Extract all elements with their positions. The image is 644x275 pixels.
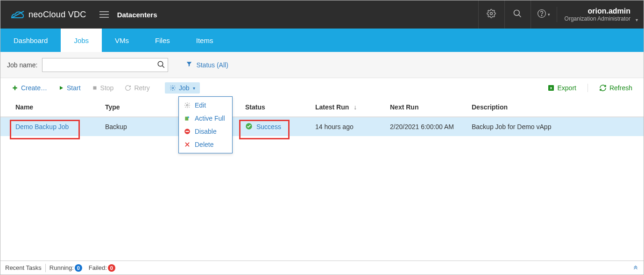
retry-icon: [125, 85, 131, 91]
logo: neoCloud VDC: [11, 9, 86, 20]
user-role: Organization Administrator: [565, 15, 630, 22]
export-label: Export: [558, 84, 576, 92]
product-name: neoCloud VDC: [28, 10, 86, 20]
svg-text:X: X: [550, 86, 552, 90]
svg-point-3: [541, 15, 542, 16]
col-status[interactable]: Status: [241, 103, 311, 111]
status-filter[interactable]: Status (All): [186, 61, 228, 69]
funnel-icon: [186, 61, 192, 69]
sort-down-icon: ↓: [354, 103, 357, 111]
disable-icon: [184, 128, 191, 135]
failed-label: Failed:: [89, 264, 107, 271]
jobname-label: Job name:: [7, 61, 37, 69]
status-text: Success: [256, 123, 281, 130]
main-tabs: Dashboard Jobs VMs Files Items: [0, 29, 644, 52]
gear-icon: [487, 9, 496, 20]
chevron-down-icon: ▾: [548, 12, 550, 17]
search-button[interactable]: [504, 0, 531, 29]
svg-point-10: [186, 104, 188, 106]
svg-rect-5: [93, 87, 96, 90]
success-check-icon: [245, 123, 253, 131]
tab-vms[interactable]: VMs: [102, 29, 142, 52]
col-latest-label: Latest Run: [315, 103, 349, 111]
menu-disable[interactable]: Disable: [179, 125, 232, 138]
job-label: Job: [179, 84, 190, 92]
tab-jobs[interactable]: Jobs: [61, 29, 102, 52]
help-button[interactable]: ▾: [531, 0, 557, 29]
cell-next: 2/20/2021 6:00:00 AM: [385, 123, 467, 130]
help-icon: [537, 9, 546, 20]
header-actions: ▾ orion.admin Organization Administrator…: [478, 0, 633, 29]
play-icon: [58, 85, 64, 91]
retry-label: Retry: [134, 84, 149, 92]
table-row[interactable]: Demo Backup Job Backup Success 14 hours …: [0, 117, 644, 136]
svg-point-4: [158, 61, 163, 66]
menu-active-full[interactable]: Active Full: [179, 112, 232, 125]
cell-desc: Backup Job for Demo vApp: [467, 123, 637, 130]
start-label: Start: [67, 84, 81, 92]
status-filter-label: Status (All): [196, 61, 228, 69]
search-icon[interactable]: [157, 60, 165, 71]
svg-point-1: [514, 10, 520, 16]
retry-button: Retry: [120, 82, 154, 94]
svg-rect-13: [186, 131, 189, 132]
app-header: neoCloud VDC Datacenters ▾ orion.admin O…: [0, 0, 644, 29]
gear-icon: [170, 85, 176, 91]
chevron-down-icon: ▾: [636, 17, 638, 22]
edit-icon: [184, 101, 191, 109]
expand-footer-icon[interactable]: [632, 264, 639, 272]
divider: [587, 84, 588, 92]
delete-icon: [184, 141, 191, 148]
col-latest[interactable]: Latest Run ↓: [311, 103, 385, 111]
col-desc[interactable]: Description: [467, 103, 637, 111]
menu-edit-label: Edit: [195, 101, 206, 109]
refresh-icon: [599, 84, 607, 92]
export-button[interactable]: X Export: [543, 82, 581, 94]
settings-button[interactable]: [478, 0, 504, 29]
menu-disable-label: Disable: [195, 128, 217, 135]
filter-bar: Job name: Status (All): [0, 52, 644, 78]
col-name[interactable]: Name: [7, 103, 100, 111]
col-next[interactable]: Next Run: [385, 103, 467, 111]
tab-files[interactable]: Files: [142, 29, 183, 52]
jobname-search-wrap: [42, 58, 168, 72]
toolbar: Create… Start Stop Retry Job ▾: [0, 78, 644, 98]
search-icon: [513, 9, 522, 20]
create-label: Create…: [21, 84, 47, 92]
svg-point-0: [490, 13, 493, 15]
main-scroll[interactable]: Dashboard Jobs VMs Files Items Job name:…: [0, 29, 644, 261]
hamburger-menu-icon[interactable]: [99, 11, 109, 18]
menu-delete-label: Delete: [195, 141, 213, 148]
chevron-down-icon: ▾: [193, 86, 195, 91]
job-name-link[interactable]: Demo Backup Job: [15, 123, 69, 130]
refresh-button[interactable]: Refresh: [594, 82, 637, 94]
menu-edit[interactable]: Edit: [179, 99, 232, 112]
menu-delete[interactable]: Delete: [179, 138, 232, 151]
running-count-badge: 0: [75, 264, 82, 272]
stop-icon: [92, 85, 98, 91]
cloud-logo-icon: [11, 9, 24, 20]
job-dropdown-menu: Edit Active Full Disable Delete: [178, 96, 233, 153]
cell-latest: 14 hours ago: [311, 123, 385, 130]
start-button[interactable]: Start: [54, 82, 85, 94]
create-button[interactable]: Create…: [7, 82, 52, 94]
plus-icon: [12, 85, 18, 91]
running-label: Running:: [50, 264, 74, 271]
user-name: orion.admin: [587, 7, 630, 15]
nav-datacenters[interactable]: Datacenters: [117, 11, 157, 19]
user-menu[interactable]: orion.admin Organization Administrator ▾: [557, 7, 633, 22]
recent-tasks-label[interactable]: Recent Tasks: [5, 264, 42, 271]
tab-items[interactable]: Items: [183, 29, 226, 52]
jobname-search-input[interactable]: [42, 58, 168, 72]
refresh-label: Refresh: [609, 84, 632, 92]
active-full-icon: [184, 115, 191, 122]
menu-active-full-label: Active Full: [195, 115, 225, 122]
status-cell: Success: [245, 123, 306, 131]
stop-label: Stop: [100, 84, 114, 92]
table-header: Name Type Status Latest Run ↓ Next Run D…: [0, 98, 644, 117]
divider: [45, 264, 46, 272]
job-menu-button[interactable]: Job ▾: [165, 82, 200, 94]
tab-dashboard[interactable]: Dashboard: [0, 29, 61, 52]
stop-button: Stop: [87, 82, 119, 94]
svg-point-6: [172, 87, 174, 89]
